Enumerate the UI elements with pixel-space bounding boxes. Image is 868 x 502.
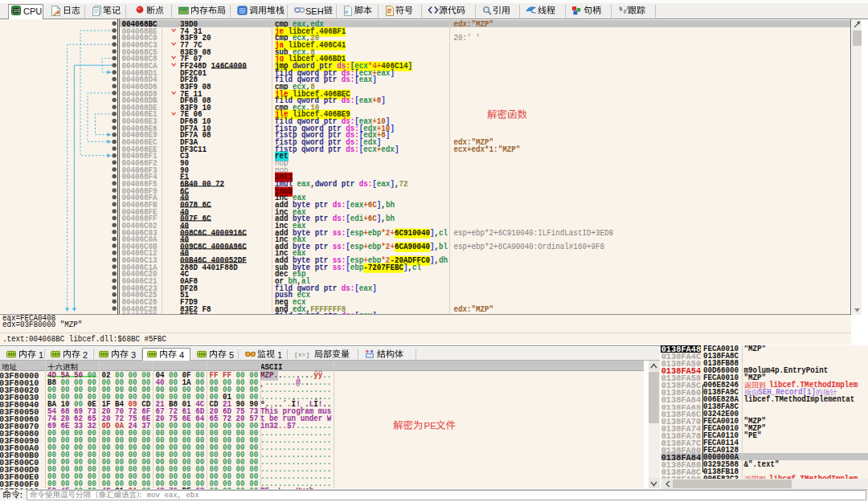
svg-text:10: 10 [14, 8, 19, 13]
svg-text:o: o [345, 8, 348, 14]
